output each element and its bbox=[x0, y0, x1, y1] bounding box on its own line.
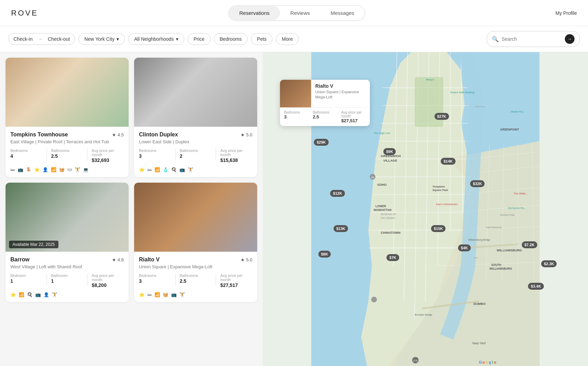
bedrooms-stat: Bedrooms 3 bbox=[139, 148, 171, 159]
rating-value: 5.0 bbox=[246, 132, 252, 137]
price-stat: Avg price per month $32,693 bbox=[92, 148, 124, 163]
kitchen-icon: 🍳 bbox=[27, 292, 32, 297]
listing-image-tompkins bbox=[6, 58, 129, 127]
checkin-button[interactable]: Check-in bbox=[9, 33, 37, 45]
svg-text:CHINATOWN: CHINATOWN bbox=[381, 231, 401, 234]
amenities-row: ⭐ 🛏 📶 🧺 📺 🏋 bbox=[139, 292, 252, 297]
svg-text:WILLIAMSBURG: WILLIAMSBURG bbox=[497, 249, 522, 252]
tv-icon: 📺 bbox=[18, 167, 23, 172]
rating-value: 5.0 bbox=[246, 257, 252, 262]
map-pin-13[interactable]: $3.4K bbox=[528, 283, 544, 290]
weights-icon: 🏋 bbox=[179, 292, 185, 297]
arrow-icon: → bbox=[37, 37, 43, 41]
bedrooms-stat: Bedrooms 3 bbox=[139, 273, 171, 284]
price-filter[interactable]: Price bbox=[188, 33, 211, 45]
city-filter[interactable]: New York City ▾ bbox=[78, 33, 125, 45]
price-stat: Avg price per month $8,200 bbox=[92, 273, 124, 288]
listing-card-tompkins[interactable]: Tompkins Townhouse ★ 4.5 East Village | … bbox=[6, 58, 129, 177]
star-icon: ★ bbox=[241, 257, 245, 262]
bathrooms-stat: Bathrooms 2.5 bbox=[51, 148, 83, 159]
popup-price: Avg price per month $27,517 bbox=[341, 110, 366, 123]
wifi-icon: 📶 bbox=[51, 167, 56, 172]
star-icon: ★ bbox=[112, 132, 116, 137]
listing-card-clinton[interactable]: Clinton Duplex ★ 5.0 Lower East Side | D… bbox=[134, 58, 257, 177]
map-pin-8[interactable]: $8K bbox=[318, 251, 331, 258]
bed-icon: 🛏 bbox=[147, 292, 152, 297]
listing-card-barrow[interactable]: Available Mar 22, 2025 Barrow ★ 4.8 West… bbox=[6, 183, 129, 302]
my-profile-link[interactable]: My Profile bbox=[556, 10, 577, 16]
popup-bathrooms: Bathrooms 2.5 bbox=[313, 110, 337, 123]
map-area[interactable]: GREENWICH VILLAGE SOHO LOWER MANHATTAN C… bbox=[263, 52, 588, 366]
svg-text:The Willia...: The Willia... bbox=[514, 192, 528, 195]
star-icon: ⭐ bbox=[10, 292, 16, 297]
map-pin-11[interactable]: $7.2K bbox=[522, 241, 537, 248]
price-stat: Avg price per month $15,638 bbox=[220, 148, 252, 163]
map-pin-7[interactable]: $15K bbox=[431, 225, 446, 232]
container-icon: 🧴 bbox=[163, 167, 168, 172]
price-stat: Avg price per month $27,517 bbox=[220, 273, 252, 288]
wifi-icon: 📶 bbox=[155, 167, 160, 172]
checkout-button[interactable]: Check-out bbox=[43, 33, 75, 45]
map-pin-3[interactable]: $14K bbox=[441, 158, 455, 165]
map-pin-0[interactable]: $27K bbox=[434, 113, 449, 120]
svg-text:ment Museum: ment Museum bbox=[486, 226, 502, 229]
listing-info-barrow: Barrow ★ 4.8 West Village | Loft with Sh… bbox=[6, 252, 129, 302]
bedrooms-filter[interactable]: Bedrooms bbox=[214, 33, 248, 45]
map-pin-2[interactable]: $29K bbox=[314, 139, 328, 146]
laptop-icon: 💻 bbox=[83, 167, 88, 172]
weights-icon: 🏋 bbox=[75, 167, 80, 172]
city-label: New York City bbox=[84, 36, 114, 42]
search-input[interactable] bbox=[502, 36, 562, 42]
map-pin-5[interactable]: $12K bbox=[330, 190, 345, 197]
popup-bedrooms: Bedrooms 3 bbox=[284, 110, 309, 123]
listing-title: Barrow bbox=[10, 257, 29, 263]
pets-filter[interactable]: Pets bbox=[251, 33, 272, 45]
listing-image-rialto bbox=[134, 183, 257, 252]
listing-info-clinton: Clinton Duplex ★ 5.0 Lower East Side | D… bbox=[134, 127, 257, 177]
listing-image-barrow: Available Mar 22, 2025 bbox=[6, 183, 129, 252]
nav-reviews[interactable]: Reviews bbox=[280, 6, 320, 20]
listing-subtitle: West Village | Loft with Shared Roof bbox=[10, 264, 124, 269]
star-icon: ★ bbox=[241, 132, 245, 137]
svg-text:SOUTH: SOUTH bbox=[491, 263, 501, 267]
nav-messages[interactable]: Messages bbox=[320, 6, 364, 20]
svg-text:Domino Park: Domino Park bbox=[500, 213, 515, 216]
svg-text:o: o bbox=[486, 360, 488, 364]
more-filter[interactable]: More bbox=[276, 33, 299, 45]
tv-icon: 📺 bbox=[35, 292, 41, 297]
map-pin-10[interactable]: $4K bbox=[458, 244, 470, 251]
logo: ROVE bbox=[11, 9, 38, 18]
map-pin-9[interactable]: $7K bbox=[386, 254, 399, 261]
header: ROVE Reservations Reviews Messages My Pr… bbox=[0, 0, 588, 26]
svg-text:Macy's: Macy's bbox=[426, 78, 434, 81]
map-pin-1[interactable]: $9K bbox=[383, 148, 396, 155]
svg-text:l: l bbox=[492, 360, 493, 364]
search-submit-button[interactable]: → bbox=[565, 34, 575, 44]
filter-bar: Check-in → Check-out New York City ▾ All… bbox=[0, 26, 588, 52]
svg-text:FDR Drive: FDR Drive bbox=[475, 105, 485, 108]
svg-text:Tompkins: Tompkins bbox=[432, 185, 445, 188]
map-pin-12[interactable]: $2.3K bbox=[541, 260, 557, 267]
map-pin-6[interactable]: $13K bbox=[334, 225, 348, 232]
table-icon: 🪑 bbox=[26, 167, 31, 172]
svg-text:FDR: FDR bbox=[474, 257, 478, 259]
weights-icon: 🏋 bbox=[52, 292, 57, 297]
svg-text:The High Line: The High Line bbox=[374, 132, 390, 135]
svg-text:Navy Yard: Navy Yard bbox=[473, 342, 486, 345]
svg-text:Empire State Building: Empire State Building bbox=[450, 91, 474, 94]
nav-reservations[interactable]: Reservations bbox=[229, 6, 280, 20]
map-pin-4[interactable]: $32K bbox=[470, 180, 485, 187]
listing-card-rialto[interactable]: Rialto V ★ 5.0 Union Square | Expansive … bbox=[134, 183, 257, 302]
listing-rating: ★ 5.0 bbox=[241, 257, 252, 262]
map-popup[interactable]: Rialto V Union Square | Expansive Mega-L… bbox=[280, 80, 370, 126]
main-nav: Reservations Reviews Messages bbox=[228, 6, 365, 20]
bathrooms-stat: Bathroom 1 bbox=[51, 273, 83, 284]
neighborhoods-filter[interactable]: All Neighborhoods ▾ bbox=[128, 33, 184, 45]
person-icon: 👤 bbox=[44, 292, 49, 297]
washer-icon: 🧺 bbox=[59, 167, 65, 172]
popup-content: Rialto V Union Square | Expansive Mega-L… bbox=[280, 80, 370, 107]
svg-text:o: o bbox=[482, 360, 485, 364]
svg-text:GREENPOINT: GREENPOINT bbox=[500, 128, 519, 131]
svg-text:g: g bbox=[489, 360, 491, 364]
svg-text:G: G bbox=[479, 360, 482, 364]
